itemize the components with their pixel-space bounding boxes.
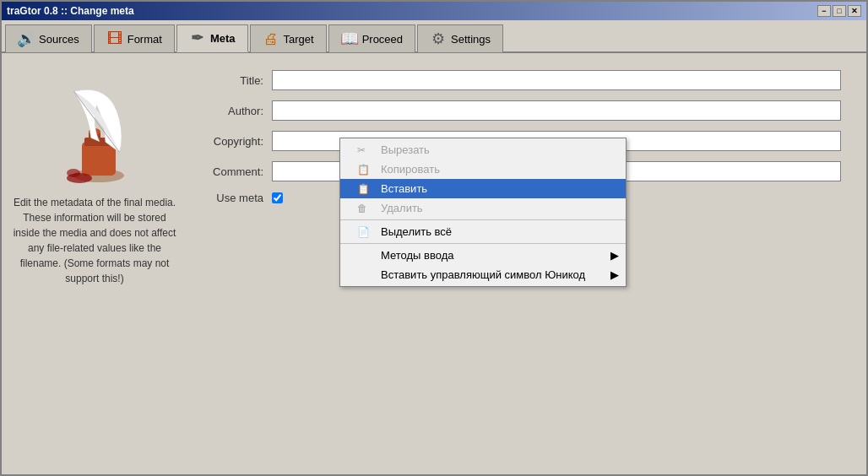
title-label: Title: <box>196 74 263 87</box>
paste-icon: 📋 <box>357 183 374 195</box>
sources-icon: 🔊 <box>18 30 35 47</box>
use-meta-checkbox[interactable] <box>272 192 283 203</box>
description: Edit the metadata of the final media. Th… <box>10 195 179 286</box>
tab-bar: 🔊 Sources 🎞 Format ✒ Meta 🖨 Target 📖 Pro… <box>2 20 866 53</box>
input-methods-arrow: ▶ <box>610 249 619 262</box>
input-methods-label: Методы ввода <box>381 249 454 262</box>
delete-icon: 🗑 <box>357 203 374 214</box>
author-label: Author: <box>196 105 263 117</box>
copy-label: Копировать <box>381 163 440 176</box>
meta-icon: ✒ <box>189 30 206 46</box>
window-title: traGtor 0.8 :: Change meta <box>7 5 134 17</box>
title-bar: traGtor 0.8 :: Change meta − □ ✕ <box>2 2 866 20</box>
tab-format-label: Format <box>127 33 162 46</box>
tab-proceed[interactable]: 📖 Proceed <box>328 24 415 52</box>
paste-label: Вставить <box>381 182 427 195</box>
title-row: Title: <box>196 70 841 90</box>
copy-icon: 📋 <box>357 164 374 176</box>
context-menu: ✂ Вырезать 📋 Копировать 📋 Вставить 🗑 Уда… <box>339 138 627 287</box>
delete-label: Удалить <box>381 202 423 214</box>
tab-settings[interactable]: ⚙ Settings <box>417 24 503 52</box>
tab-sources-label: Sources <box>39 33 79 46</box>
context-menu-copy[interactable]: 📋 Копировать <box>340 160 626 179</box>
tab-meta[interactable]: ✒ Meta <box>176 24 248 52</box>
select-all-icon: 📄 <box>357 226 374 238</box>
use-meta-label: Use meta <box>196 192 263 204</box>
proceed-icon: 📖 <box>341 30 358 47</box>
settings-icon: ⚙ <box>430 30 447 47</box>
svg-point-6 <box>67 169 80 177</box>
target-icon: 🖨 <box>263 30 279 47</box>
close-button[interactable]: ✕ <box>848 5 861 17</box>
select-all-label: Выделить всё <box>381 225 452 238</box>
copyright-label: Copyright: <box>196 135 263 148</box>
maximize-button[interactable]: □ <box>833 5 846 17</box>
cut-icon: ✂ <box>357 144 374 156</box>
tab-sources[interactable]: 🔊 Sources <box>5 24 92 52</box>
feather-ink-illustration <box>35 70 154 188</box>
comment-label: Comment: <box>196 165 263 178</box>
context-menu-paste[interactable]: 📋 Вставить <box>340 179 626 198</box>
cut-label: Вырезать <box>381 143 430 156</box>
tab-proceed-label: Proceed <box>362 33 403 46</box>
insert-unicode-label: Вставить управляющий символ Юникод <box>381 268 585 281</box>
main-content: Edit the metadata of the final media. Th… <box>2 53 866 474</box>
title-input[interactable] <box>272 70 841 90</box>
tab-target-label: Target <box>284 33 314 46</box>
context-menu-select-all[interactable]: 📄 Выделить всё <box>340 222 626 241</box>
svg-rect-1 <box>82 142 116 176</box>
format-icon: 🎞 <box>106 30 123 47</box>
author-row: Author: <box>196 100 841 121</box>
tab-target[interactable]: 🖨 Target <box>250 24 327 52</box>
author-input[interactable] <box>272 100 841 121</box>
tab-format[interactable]: 🎞 Format <box>94 24 175 52</box>
insert-unicode-arrow: ▶ <box>610 268 619 281</box>
window-controls: − □ ✕ <box>817 5 861 17</box>
context-menu-input-methods[interactable]: Методы ввода ▶ <box>340 246 626 265</box>
minimize-button[interactable]: − <box>817 5 831 17</box>
tab-meta-label: Meta <box>210 32 236 45</box>
separator-2 <box>340 243 626 244</box>
context-menu-insert-unicode[interactable]: Вставить управляющий символ Юникод ▶ <box>340 265 626 284</box>
left-panel: Edit the metadata of the final media. Th… <box>10 62 179 466</box>
separator-1 <box>340 219 626 220</box>
tab-settings-label: Settings <box>451 33 491 46</box>
main-window: traGtor 0.8 :: Change meta − □ ✕ 🔊 Sourc… <box>0 0 868 476</box>
context-menu-delete[interactable]: 🗑 Удалить <box>340 198 626 218</box>
context-menu-cut[interactable]: ✂ Вырезать <box>340 140 626 160</box>
